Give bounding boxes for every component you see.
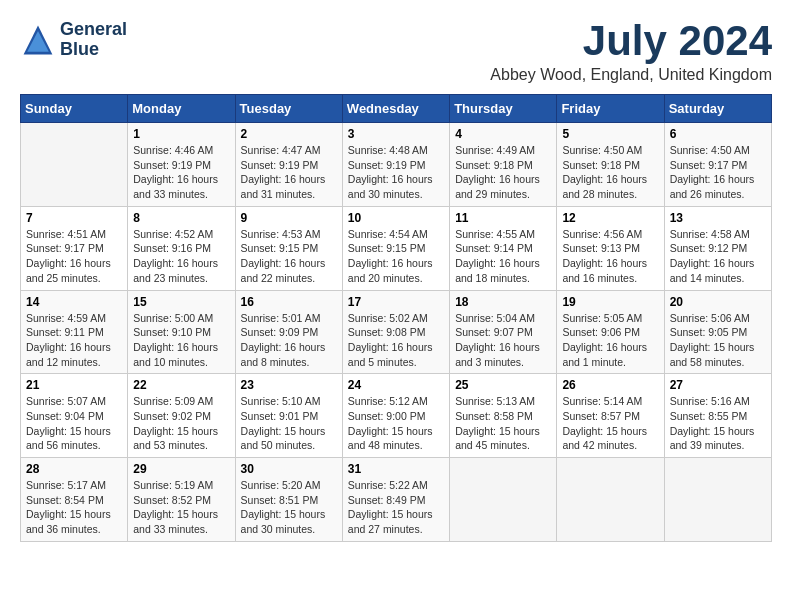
day-number: 30 — [241, 462, 337, 476]
day-number: 8 — [133, 211, 229, 225]
day-number: 13 — [670, 211, 766, 225]
calendar-cell: 4Sunrise: 4:49 AM Sunset: 9:18 PM Daylig… — [450, 123, 557, 207]
day-number: 21 — [26, 378, 122, 392]
day-number: 6 — [670, 127, 766, 141]
calendar-cell: 6Sunrise: 4:50 AM Sunset: 9:17 PM Daylig… — [664, 123, 771, 207]
day-info: Sunrise: 5:19 AM Sunset: 8:52 PM Dayligh… — [133, 478, 229, 537]
day-number: 31 — [348, 462, 444, 476]
day-info: Sunrise: 5:06 AM Sunset: 9:05 PM Dayligh… — [670, 311, 766, 370]
header: General Blue July 2024 Abbey Wood, Engla… — [20, 20, 772, 84]
header-cell-tuesday: Tuesday — [235, 95, 342, 123]
day-info: Sunrise: 5:14 AM Sunset: 8:57 PM Dayligh… — [562, 394, 658, 453]
calendar-cell: 5Sunrise: 4:50 AM Sunset: 9:18 PM Daylig… — [557, 123, 664, 207]
calendar-cell: 20Sunrise: 5:06 AM Sunset: 9:05 PM Dayli… — [664, 290, 771, 374]
day-info: Sunrise: 5:12 AM Sunset: 9:00 PM Dayligh… — [348, 394, 444, 453]
day-info: Sunrise: 4:51 AM Sunset: 9:17 PM Dayligh… — [26, 227, 122, 286]
header-cell-saturday: Saturday — [664, 95, 771, 123]
calendar-cell: 30Sunrise: 5:20 AM Sunset: 8:51 PM Dayli… — [235, 458, 342, 542]
logo: General Blue — [20, 20, 127, 60]
header-cell-monday: Monday — [128, 95, 235, 123]
calendar-cell: 28Sunrise: 5:17 AM Sunset: 8:54 PM Dayli… — [21, 458, 128, 542]
day-number: 29 — [133, 462, 229, 476]
day-info: Sunrise: 5:22 AM Sunset: 8:49 PM Dayligh… — [348, 478, 444, 537]
calendar-body: 1Sunrise: 4:46 AM Sunset: 9:19 PM Daylig… — [21, 123, 772, 542]
day-info: Sunrise: 5:16 AM Sunset: 8:55 PM Dayligh… — [670, 394, 766, 453]
day-info: Sunrise: 4:50 AM Sunset: 9:18 PM Dayligh… — [562, 143, 658, 202]
calendar-cell: 26Sunrise: 5:14 AM Sunset: 8:57 PM Dayli… — [557, 374, 664, 458]
day-number: 5 — [562, 127, 658, 141]
calendar-cell: 18Sunrise: 5:04 AM Sunset: 9:07 PM Dayli… — [450, 290, 557, 374]
calendar-cell: 27Sunrise: 5:16 AM Sunset: 8:55 PM Dayli… — [664, 374, 771, 458]
day-info: Sunrise: 5:02 AM Sunset: 9:08 PM Dayligh… — [348, 311, 444, 370]
calendar-cell — [21, 123, 128, 207]
calendar-cell: 17Sunrise: 5:02 AM Sunset: 9:08 PM Dayli… — [342, 290, 449, 374]
day-info: Sunrise: 5:05 AM Sunset: 9:06 PM Dayligh… — [562, 311, 658, 370]
day-number: 28 — [26, 462, 122, 476]
calendar-header-row: SundayMondayTuesdayWednesdayThursdayFrid… — [21, 95, 772, 123]
logo-icon — [20, 22, 56, 58]
day-info: Sunrise: 5:20 AM Sunset: 8:51 PM Dayligh… — [241, 478, 337, 537]
day-number: 25 — [455, 378, 551, 392]
day-number: 2 — [241, 127, 337, 141]
title-block: July 2024 Abbey Wood, England, United Ki… — [490, 20, 772, 84]
calendar-week-2: 7Sunrise: 4:51 AM Sunset: 9:17 PM Daylig… — [21, 206, 772, 290]
day-number: 10 — [348, 211, 444, 225]
day-info: Sunrise: 5:17 AM Sunset: 8:54 PM Dayligh… — [26, 478, 122, 537]
day-number: 7 — [26, 211, 122, 225]
logo-text: General Blue — [60, 20, 127, 60]
calendar-week-1: 1Sunrise: 4:46 AM Sunset: 9:19 PM Daylig… — [21, 123, 772, 207]
logo-line2: Blue — [60, 40, 127, 60]
calendar-cell: 25Sunrise: 5:13 AM Sunset: 8:58 PM Dayli… — [450, 374, 557, 458]
calendar-cell: 16Sunrise: 5:01 AM Sunset: 9:09 PM Dayli… — [235, 290, 342, 374]
calendar-cell: 10Sunrise: 4:54 AM Sunset: 9:15 PM Dayli… — [342, 206, 449, 290]
calendar-cell: 9Sunrise: 4:53 AM Sunset: 9:15 PM Daylig… — [235, 206, 342, 290]
day-number: 26 — [562, 378, 658, 392]
day-info: Sunrise: 4:50 AM Sunset: 9:17 PM Dayligh… — [670, 143, 766, 202]
day-info: Sunrise: 5:01 AM Sunset: 9:09 PM Dayligh… — [241, 311, 337, 370]
calendar-cell: 7Sunrise: 4:51 AM Sunset: 9:17 PM Daylig… — [21, 206, 128, 290]
calendar-cell: 8Sunrise: 4:52 AM Sunset: 9:16 PM Daylig… — [128, 206, 235, 290]
calendar-header: SundayMondayTuesdayWednesdayThursdayFrid… — [21, 95, 772, 123]
main-title: July 2024 — [490, 20, 772, 62]
subtitle: Abbey Wood, England, United Kingdom — [490, 66, 772, 84]
header-cell-thursday: Thursday — [450, 95, 557, 123]
day-number: 23 — [241, 378, 337, 392]
calendar-week-5: 28Sunrise: 5:17 AM Sunset: 8:54 PM Dayli… — [21, 458, 772, 542]
day-info: Sunrise: 5:10 AM Sunset: 9:01 PM Dayligh… — [241, 394, 337, 453]
day-number: 16 — [241, 295, 337, 309]
header-cell-sunday: Sunday — [21, 95, 128, 123]
calendar-cell: 11Sunrise: 4:55 AM Sunset: 9:14 PM Dayli… — [450, 206, 557, 290]
day-info: Sunrise: 4:59 AM Sunset: 9:11 PM Dayligh… — [26, 311, 122, 370]
day-number: 18 — [455, 295, 551, 309]
calendar-cell — [557, 458, 664, 542]
calendar-cell: 22Sunrise: 5:09 AM Sunset: 9:02 PM Dayli… — [128, 374, 235, 458]
calendar-cell: 3Sunrise: 4:48 AM Sunset: 9:19 PM Daylig… — [342, 123, 449, 207]
calendar-cell: 13Sunrise: 4:58 AM Sunset: 9:12 PM Dayli… — [664, 206, 771, 290]
calendar-cell: 31Sunrise: 5:22 AM Sunset: 8:49 PM Dayli… — [342, 458, 449, 542]
day-info: Sunrise: 4:47 AM Sunset: 9:19 PM Dayligh… — [241, 143, 337, 202]
day-number: 4 — [455, 127, 551, 141]
day-info: Sunrise: 5:13 AM Sunset: 8:58 PM Dayligh… — [455, 394, 551, 453]
day-number: 9 — [241, 211, 337, 225]
calendar-cell — [664, 458, 771, 542]
day-number: 3 — [348, 127, 444, 141]
day-number: 15 — [133, 295, 229, 309]
day-info: Sunrise: 4:55 AM Sunset: 9:14 PM Dayligh… — [455, 227, 551, 286]
calendar-cell — [450, 458, 557, 542]
day-info: Sunrise: 5:00 AM Sunset: 9:10 PM Dayligh… — [133, 311, 229, 370]
day-number: 19 — [562, 295, 658, 309]
day-number: 27 — [670, 378, 766, 392]
day-info: Sunrise: 5:09 AM Sunset: 9:02 PM Dayligh… — [133, 394, 229, 453]
day-info: Sunrise: 4:53 AM Sunset: 9:15 PM Dayligh… — [241, 227, 337, 286]
header-cell-wednesday: Wednesday — [342, 95, 449, 123]
day-number: 14 — [26, 295, 122, 309]
calendar-cell: 2Sunrise: 4:47 AM Sunset: 9:19 PM Daylig… — [235, 123, 342, 207]
day-number: 24 — [348, 378, 444, 392]
day-number: 12 — [562, 211, 658, 225]
calendar-week-3: 14Sunrise: 4:59 AM Sunset: 9:11 PM Dayli… — [21, 290, 772, 374]
logo-line1: General — [60, 20, 127, 40]
calendar-table: SundayMondayTuesdayWednesdayThursdayFrid… — [20, 94, 772, 542]
calendar-cell: 23Sunrise: 5:10 AM Sunset: 9:01 PM Dayli… — [235, 374, 342, 458]
day-info: Sunrise: 4:52 AM Sunset: 9:16 PM Dayligh… — [133, 227, 229, 286]
day-info: Sunrise: 4:54 AM Sunset: 9:15 PM Dayligh… — [348, 227, 444, 286]
